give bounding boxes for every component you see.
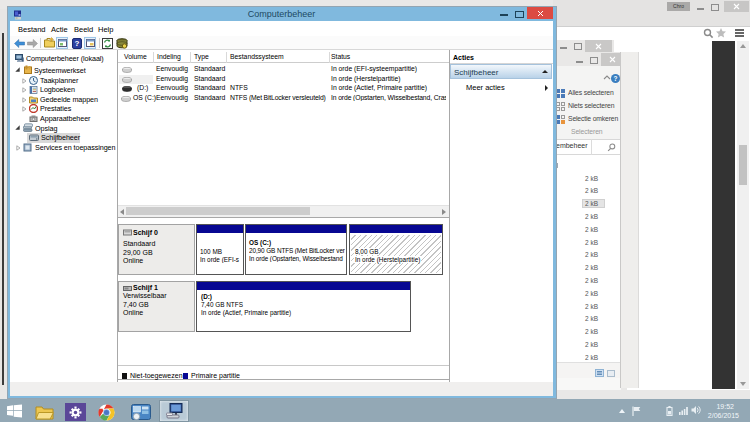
svg-text:?: ? bbox=[75, 39, 80, 48]
